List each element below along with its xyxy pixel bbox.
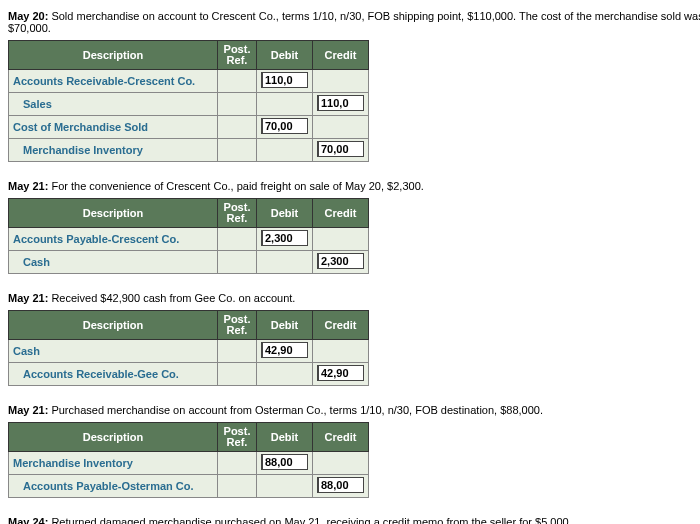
table-row: Accounts Payable-Osterman Co.88,00 [9, 475, 369, 498]
table-row: Merchandise Inventory70,00 [9, 139, 369, 162]
credit-cell [313, 340, 369, 363]
debit-input[interactable]: 70,00 [261, 118, 308, 134]
postref-cell [218, 251, 257, 274]
postref-cell [218, 70, 257, 93]
debit-input[interactable]: 2,300 [261, 230, 308, 246]
debit-cell: 88,00 [257, 452, 313, 475]
postref-cell [218, 363, 257, 386]
col-debit: Debit [257, 423, 313, 452]
journal-table: DescriptionPost.Ref.DebitCreditCash42,90… [8, 310, 369, 386]
credit-cell [313, 452, 369, 475]
col-debit: Debit [257, 311, 313, 340]
credit-input[interactable]: 2,300 [317, 253, 364, 269]
journal-table: DescriptionPost.Ref.DebitCreditAccounts … [8, 198, 369, 274]
postref-cell [218, 340, 257, 363]
debit-cell: 110,0 [257, 70, 313, 93]
postref-cell [218, 116, 257, 139]
credit-cell [313, 116, 369, 139]
debit-cell: 42,90 [257, 340, 313, 363]
col-debit: Debit [257, 41, 313, 70]
debit-cell [257, 139, 313, 162]
table-row: Sales110,0 [9, 93, 369, 116]
entry-text: Purchased merchandise on account from Os… [48, 404, 543, 416]
journal-table: DescriptionPost.Ref.DebitCreditMerchandi… [8, 422, 369, 498]
credit-cell: 110,0 [313, 93, 369, 116]
debit-cell: 2,300 [257, 228, 313, 251]
table-row: Merchandise Inventory88,00 [9, 452, 369, 475]
table-row: Accounts Receivable-Gee Co.42,90 [9, 363, 369, 386]
col-debit: Debit [257, 199, 313, 228]
credit-cell: 2,300 [313, 251, 369, 274]
col-credit: Credit [313, 199, 369, 228]
table-row: Cost of Merchandise Sold70,00 [9, 116, 369, 139]
entry-date: May 21: [8, 404, 48, 416]
col-postref: Post.Ref. [218, 41, 257, 70]
account-cell[interactable]: Accounts Payable-Osterman Co. [9, 475, 218, 498]
debit-cell: 70,00 [257, 116, 313, 139]
table-row: Cash42,90 [9, 340, 369, 363]
debit-cell [257, 93, 313, 116]
col-credit: Credit [313, 311, 369, 340]
col-postref: Post.Ref. [218, 199, 257, 228]
account-cell[interactable]: Merchandise Inventory [9, 452, 218, 475]
col-credit: Credit [313, 423, 369, 452]
postref-cell [218, 475, 257, 498]
debit-cell [257, 363, 313, 386]
account-cell[interactable]: Cash [9, 340, 218, 363]
account-cell[interactable]: Accounts Receivable-Gee Co. [9, 363, 218, 386]
table-row: Accounts Payable-Crescent Co.2,300 [9, 228, 369, 251]
postref-cell [218, 452, 257, 475]
postref-cell [218, 228, 257, 251]
credit-input[interactable]: 88,00 [317, 477, 364, 493]
table-row: Cash2,300 [9, 251, 369, 274]
account-cell[interactable]: Cost of Merchandise Sold [9, 116, 218, 139]
entry-narrative: May 21: For the convenience of Crescent … [8, 180, 700, 192]
credit-input[interactable]: 70,00 [317, 141, 364, 157]
col-desc: Description [9, 311, 218, 340]
account-cell[interactable]: Accounts Payable-Crescent Co. [9, 228, 218, 251]
entry-date: May 21: [8, 292, 48, 304]
col-credit: Credit [313, 41, 369, 70]
account-cell[interactable]: Cash [9, 251, 218, 274]
credit-input[interactable]: 42,90 [317, 365, 364, 381]
entry-narrative: May 24: Returned damaged merchandise pur… [8, 516, 700, 524]
entry-text: Returned damaged merchandise purchased o… [48, 516, 571, 524]
debit-cell [257, 475, 313, 498]
entry-date: May 24: [8, 516, 48, 524]
credit-cell: 70,00 [313, 139, 369, 162]
credit-input[interactable]: 110,0 [317, 95, 364, 111]
credit-cell [313, 70, 369, 93]
entry-narrative: May 20: Sold merchandise on account to C… [8, 10, 700, 34]
credit-cell: 42,90 [313, 363, 369, 386]
entry-narrative: May 21: Received $42,900 cash from Gee C… [8, 292, 700, 304]
col-desc: Description [9, 199, 218, 228]
account-cell[interactable]: Sales [9, 93, 218, 116]
entry-date: May 20: [8, 10, 48, 22]
col-desc: Description [9, 423, 218, 452]
account-cell[interactable]: Merchandise Inventory [9, 139, 218, 162]
credit-cell [313, 228, 369, 251]
postref-cell [218, 93, 257, 116]
entry-text: For the convenience of Crescent Co., pai… [48, 180, 423, 192]
entry-text: Sold merchandise on account to Crescent … [8, 10, 700, 34]
journal-table: DescriptionPost.Ref.DebitCreditAccounts … [8, 40, 369, 162]
table-row: Accounts Receivable-Crescent Co.110,0 [9, 70, 369, 93]
debit-cell [257, 251, 313, 274]
entry-date: May 21: [8, 180, 48, 192]
col-desc: Description [9, 41, 218, 70]
debit-input[interactable]: 110,0 [261, 72, 308, 88]
credit-cell: 88,00 [313, 475, 369, 498]
postref-cell [218, 139, 257, 162]
col-postref: Post.Ref. [218, 423, 257, 452]
account-cell[interactable]: Accounts Receivable-Crescent Co. [9, 70, 218, 93]
debit-input[interactable]: 42,90 [261, 342, 308, 358]
entry-text: Received $42,900 cash from Gee Co. on ac… [48, 292, 295, 304]
entry-narrative: May 21: Purchased merchandise on account… [8, 404, 700, 416]
col-postref: Post.Ref. [218, 311, 257, 340]
debit-input[interactable]: 88,00 [261, 454, 308, 470]
